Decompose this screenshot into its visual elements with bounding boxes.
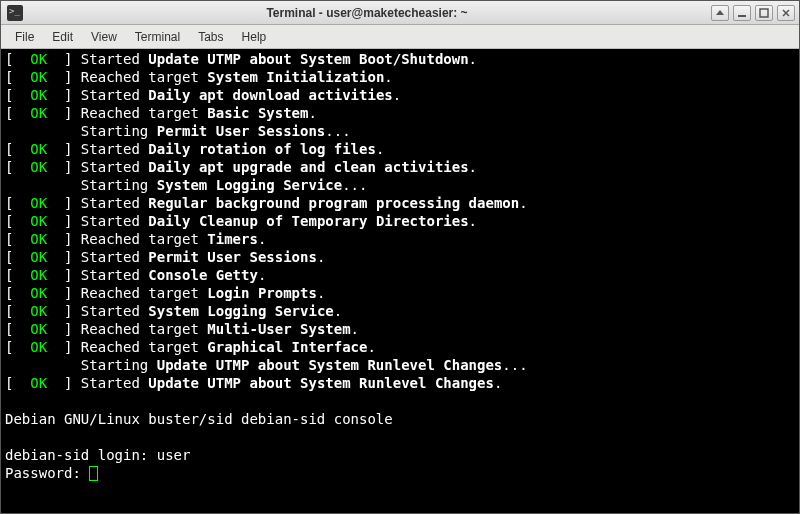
boot-line: [ OK ] Reached target System Initializat… bbox=[5, 68, 795, 86]
menu-edit[interactable]: Edit bbox=[44, 27, 81, 47]
boot-line: Starting Permit User Sessions... bbox=[5, 122, 795, 140]
boot-line: [ OK ] Started Update UTMP about System … bbox=[5, 374, 795, 392]
boot-line: [ OK ] Started Daily apt download activi… bbox=[5, 86, 795, 104]
terminal-window: Terminal - user@maketecheasier: ~ File E… bbox=[0, 0, 800, 514]
boot-line: [ OK ] Reached target Login Prompts. bbox=[5, 284, 795, 302]
boot-line: [ OK ] Started Daily apt upgrade and cle… bbox=[5, 158, 795, 176]
svg-rect-0 bbox=[738, 15, 746, 17]
blank-line bbox=[5, 428, 795, 446]
boot-line: [ OK ] Started Daily Cleanup of Temporar… bbox=[5, 212, 795, 230]
boot-line: [ OK ] Started System Logging Service. bbox=[5, 302, 795, 320]
menu-file[interactable]: File bbox=[7, 27, 42, 47]
window-title: Terminal - user@maketecheasier: ~ bbox=[23, 6, 711, 20]
boot-line: [ OK ] Reached target Timers. bbox=[5, 230, 795, 248]
menu-view[interactable]: View bbox=[83, 27, 125, 47]
window-controls bbox=[711, 5, 795, 21]
titlebar: Terminal - user@maketecheasier: ~ bbox=[1, 1, 799, 25]
menu-terminal[interactable]: Terminal bbox=[127, 27, 188, 47]
close-button[interactable] bbox=[777, 5, 795, 21]
rollup-button[interactable] bbox=[711, 5, 729, 21]
cursor bbox=[89, 466, 98, 481]
boot-line: Starting System Logging Service... bbox=[5, 176, 795, 194]
blank-line bbox=[5, 392, 795, 410]
svg-rect-1 bbox=[760, 9, 768, 17]
banner-line: Debian GNU/Linux buster/sid debian-sid c… bbox=[5, 410, 795, 428]
boot-line: [ OK ] Reached target Multi-User System. bbox=[5, 320, 795, 338]
login-line: debian-sid login: user bbox=[5, 446, 795, 464]
maximize-button[interactable] bbox=[755, 5, 773, 21]
boot-line: [ OK ] Started Permit User Sessions. bbox=[5, 248, 795, 266]
menu-tabs[interactable]: Tabs bbox=[190, 27, 231, 47]
boot-line: [ OK ] Started Daily rotation of log fil… bbox=[5, 140, 795, 158]
boot-line: [ OK ] Reached target Graphical Interfac… bbox=[5, 338, 795, 356]
password-line: Password: bbox=[5, 464, 795, 482]
boot-line: [ OK ] Started Update UTMP about System … bbox=[5, 50, 795, 68]
boot-line: [ OK ] Started Regular background progra… bbox=[5, 194, 795, 212]
app-icon bbox=[7, 5, 23, 21]
boot-line: [ OK ] Started Console Getty. bbox=[5, 266, 795, 284]
menu-help[interactable]: Help bbox=[234, 27, 275, 47]
minimize-button[interactable] bbox=[733, 5, 751, 21]
boot-line: [ OK ] Reached target Basic System. bbox=[5, 104, 795, 122]
terminal-body[interactable]: [ OK ] Started Update UTMP about System … bbox=[1, 49, 799, 513]
boot-line: Starting Update UTMP about System Runlev… bbox=[5, 356, 795, 374]
menubar: File Edit View Terminal Tabs Help bbox=[1, 25, 799, 49]
